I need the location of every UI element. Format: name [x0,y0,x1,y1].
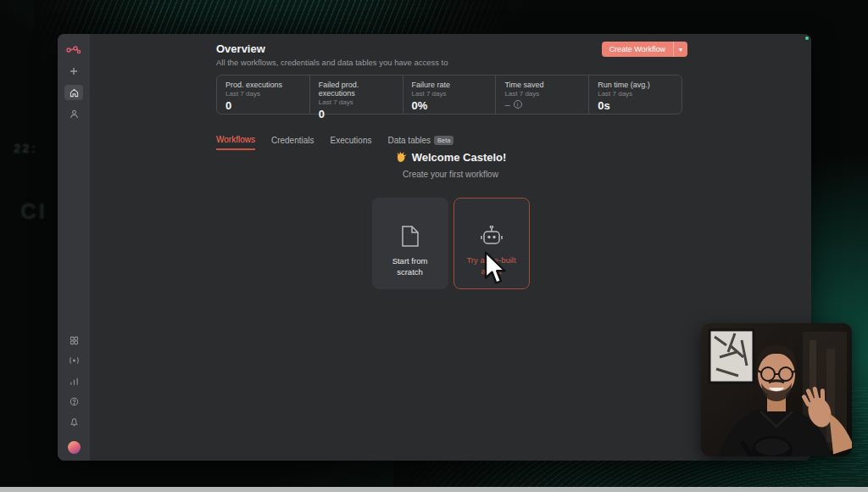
stat-failure-rate: Failure rate Last 7 days 0% [403,75,496,114]
document-icon [372,225,448,248]
stat-time-saved: Time saved Last 7 days – i [495,75,588,114]
sidebar [58,34,90,461]
stats-bar: Prod. executions Last 7 days 0 Failed pr… [216,75,682,115]
background-faint-text: CI [20,198,47,225]
info-icon[interactable]: i [514,100,522,109]
background-faint-text: 22: [14,141,37,155]
workflow-start-cards: Start from scratch Try a pre-built agent [216,198,685,289]
wave-emoji-icon [395,152,407,164]
stat-run-time: Run time (avg.) Last 7 days 0s [588,75,682,114]
welcome-hint: Create your first workflow [216,170,685,179]
poster [709,330,754,383]
tab-data-tables[interactable]: Data tables Beta [387,136,453,149]
insights-icon[interactable] [64,373,83,389]
app-window: Overview All the workflows, credentials … [58,34,811,461]
n8n-logo[interactable] [64,42,83,58]
create-workflow-button[interactable]: Create Workflow ▾ [602,42,687,57]
page-subtitle: All the workflows, credentials and data … [216,58,685,67]
mouse-cursor [483,251,509,290]
help-icon[interactable] [64,394,83,409]
stat-failed-executions: Failed prod. executions Last 7 days 0 [309,75,403,114]
add-button[interactable] [64,64,83,79]
tab-workflows[interactable]: Workflows [216,135,255,150]
welcome-heading: Welcome Castelo! [216,151,685,164]
robot-icon [454,226,529,247]
start-from-scratch-card[interactable]: Start from scratch [372,198,448,289]
sidebar-item-home[interactable] [64,85,83,100]
templates-icon[interactable] [64,333,83,348]
sidebar-item-users[interactable] [64,106,83,121]
stat-prod-executions: Prod. executions Last 7 days 0 [217,75,309,114]
bottom-bar [0,487,868,492]
status-dot [805,36,809,40]
beta-badge: Beta [434,136,453,145]
tab-executions[interactable]: Executions [331,136,372,149]
user-avatar[interactable] [68,441,81,454]
webcam-overlay [701,323,852,456]
variables-icon[interactable] [64,353,83,368]
tab-bar: Workflows Credentials Executions Data ta… [216,135,453,150]
create-workflow-label: Create Workflow [602,42,673,57]
chevron-down-icon[interactable]: ▾ [674,42,687,57]
tab-credentials[interactable]: Credentials [271,136,314,149]
whats-new-icon[interactable] [64,414,83,429]
main-content: Overview All the workflows, credentials … [216,34,685,461]
